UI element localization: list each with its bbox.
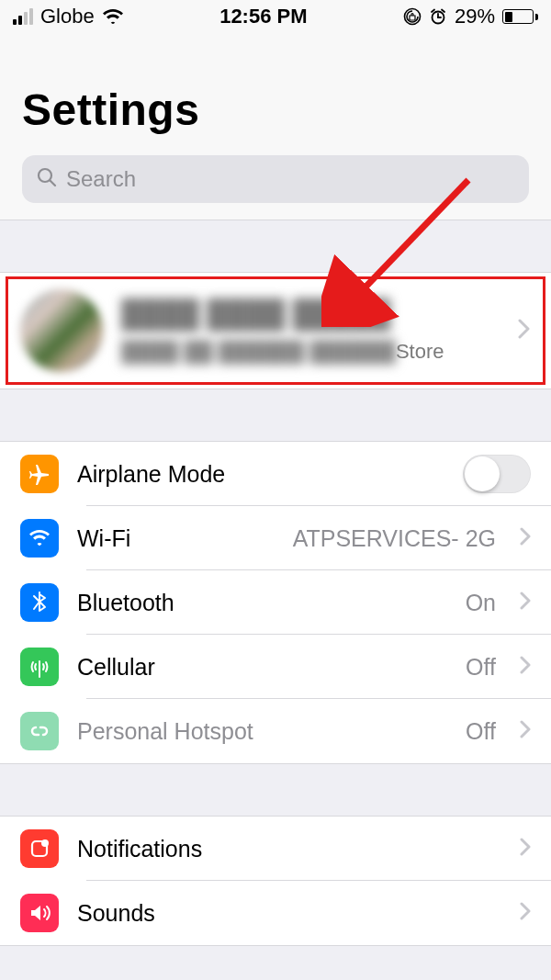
appleid-name: ████ ████ █████ [121,298,500,331]
signal-icon [13,8,33,25]
chevron-right-icon [518,319,531,343]
chevron-right-icon [520,720,531,742]
status-left: Globe [13,5,124,28]
group-gap [0,220,551,272]
row-value: On [466,590,496,616]
row-value: Off [466,654,496,681]
hotspot-icon [20,712,59,750]
page-title: Settings [22,84,529,135]
cellular-icon [20,648,59,686]
appleid-subtitle: ████ ██ ██████ ██████ Store [121,340,500,364]
svg-line-7 [51,181,56,186]
search-field[interactable] [22,155,529,203]
row-label: Cellular [77,654,447,681]
alarm-icon [429,7,447,26]
row-personal-hotspot[interactable]: Personal Hotspot Off [0,699,551,763]
search-icon [37,167,57,191]
row-bluetooth[interactable]: Bluetooth On [0,570,551,635]
appleid-group: ████ ████ █████ ████ ██ ██████ ██████ St… [0,272,551,389]
sounds-icon [20,894,59,932]
row-label: Notifications [77,836,501,862]
search-input[interactable] [66,166,514,192]
appleid-sub-suffix: Store [396,340,444,364]
notifications-icon [20,829,59,868]
orientation-lock-icon [403,7,422,26]
system-group: Notifications Sounds [0,816,551,946]
row-cellular[interactable]: Cellular Off [0,635,551,699]
chevron-right-icon [520,902,531,924]
group-gap [0,389,551,441]
status-bar: Globe 12:56 PM 29% [0,0,551,33]
bluetooth-icon [20,583,59,622]
row-sounds[interactable]: Sounds [0,881,551,945]
airplane-icon [20,455,59,493]
appleid-row[interactable]: ████ ████ █████ ████ ██ ██████ ██████ St… [0,273,551,389]
wifi-icon [20,519,59,558]
row-label: Personal Hotspot [77,718,447,745]
svg-line-4 [432,10,434,13]
row-label: Bluetooth [77,590,447,616]
row-label: Wi-Fi [77,525,275,552]
row-label: Sounds [77,900,501,927]
airplane-toggle[interactable] [463,455,531,493]
row-value: Off [466,718,496,745]
battery-icon [502,9,538,24]
network-group: Airplane Mode Wi-Fi ATPSERVICES- 2G Blue… [0,441,551,764]
svg-point-10 [41,839,49,847]
wifi-status-icon [102,8,124,25]
appleid-text: ████ ████ █████ ████ ██ ██████ ██████ St… [121,298,500,364]
row-notifications[interactable]: Notifications [0,817,551,881]
status-time: 12:56 PM [219,5,307,28]
battery-percent: 29% [455,5,495,28]
row-airplane-mode[interactable]: Airplane Mode [0,442,551,506]
chevron-right-icon [520,527,531,549]
svg-line-5 [442,10,444,13]
row-wifi[interactable]: Wi-Fi ATPSERVICES- 2G [0,506,551,570]
carrier-label: Globe [40,5,95,28]
chevron-right-icon [520,591,531,614]
row-label: Airplane Mode [77,461,444,488]
group-gap [0,764,551,816]
appleid-sub-masked: ████ ██ ██████ ██████ [121,340,396,364]
avatar [20,289,103,372]
chevron-right-icon [520,656,531,678]
status-right: 29% [403,5,538,28]
header: Settings [0,33,551,220]
chevron-right-icon [520,838,531,860]
row-value: ATPSERVICES- 2G [293,525,496,552]
